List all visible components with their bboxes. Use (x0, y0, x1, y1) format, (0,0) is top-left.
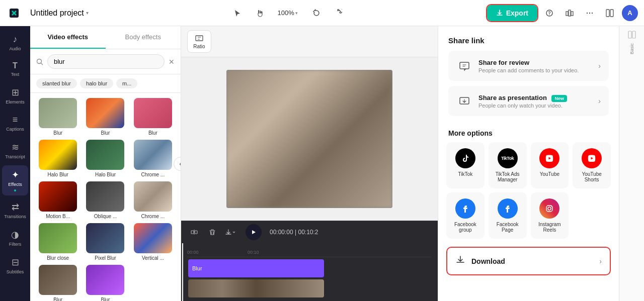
sidebar-item-label-filters: Filters (9, 242, 22, 247)
sidebar-item-label-text: Text (11, 72, 20, 77)
share-button[interactable] (561, 5, 578, 21)
effect-halo1[interactable]: Halo Blur (36, 140, 79, 177)
effect-chrome1[interactable]: Chrome ... (131, 140, 175, 177)
sidebar-item-transcript[interactable]: ≋ Transcript (2, 138, 28, 163)
share-presentation-button[interactable]: Share as presentation New People can onl… (448, 86, 609, 116)
sidebar-item-elements[interactable]: ⊞ Elements (2, 83, 28, 109)
more-options-button[interactable] (582, 5, 598, 21)
effect-blur1[interactable]: Blur (36, 98, 79, 136)
share-for-review-button[interactable]: Share for review People can add comments… (448, 51, 609, 81)
youtube-icon (539, 148, 559, 168)
platform-youtube-shorts[interactable]: YouTube Shorts (573, 142, 611, 188)
platform-facebook-page[interactable]: Facebook Page (489, 192, 527, 239)
platform-tiktok-ads-label: TikTok Ads Manager (493, 171, 523, 182)
sidebar-item-effects[interactable]: ✦ Effects (2, 165, 28, 195)
filter-tag-1[interactable]: halo blur (80, 78, 113, 88)
select-tool[interactable] (229, 5, 246, 21)
effect-oblique[interactable]: Oblique ... (84, 181, 127, 219)
sidebar-item-subtitles[interactable]: ⊟ Subtitles (2, 253, 28, 278)
platform-facebook-group[interactable]: Facebook group (446, 192, 485, 239)
tab-body-effects[interactable]: Body effects (106, 26, 181, 49)
user-avatar[interactable]: A (622, 5, 638, 21)
ratio-button[interactable]: Ratio (187, 30, 211, 53)
download-icon (455, 255, 465, 267)
download-timeline-button[interactable] (223, 225, 237, 239)
effect-pixelblur[interactable]: Pixel Blur (84, 223, 127, 261)
platform-youtube[interactable]: YouTube (531, 142, 569, 188)
svg-point-14 (37, 59, 42, 63)
effect-extra2[interactable]: Blur (84, 265, 127, 301)
effect-halo2[interactable]: Halo Blur (84, 140, 127, 177)
video-track-row[interactable] (187, 279, 432, 297)
facebook-page-icon (498, 198, 518, 219)
effects-icon: ✦ (12, 169, 19, 180)
platform-youtube-label: YouTube (540, 171, 559, 177)
effect-vertical[interactable]: Vertical ... (131, 223, 175, 261)
right-panel: Share link Share for review People can a… (438, 26, 619, 301)
share-presentation-subtitle: People can only watch your video. (478, 103, 592, 109)
sidebar-item-transitions[interactable]: ⇄ Transitions (2, 197, 28, 223)
platform-facebook-page-label: Facebook Page (493, 222, 523, 233)
video-blur-overlay (226, 70, 392, 208)
sidebar-item-label-elements: Elements (6, 99, 25, 105)
svg-rect-1 (258, 10, 259, 14)
video-track[interactable] (188, 279, 324, 297)
export-button[interactable]: Export (487, 5, 537, 21)
timeline-tracks[interactable]: 00:00 00:10 Blur (181, 243, 438, 301)
svg-point-10 (589, 12, 590, 13)
download-arrow-icon: › (599, 257, 602, 265)
filter-tag-2[interactable]: m... (116, 78, 137, 88)
video-track-inner (188, 279, 324, 297)
effects-tabs: Video effects Body effects (30, 26, 181, 49)
effect-chrome2[interactable]: Chrome ... (131, 181, 175, 219)
help-button[interactable] (541, 5, 557, 21)
transitions-icon: ⇄ (12, 202, 19, 213)
sidebar-item-audio[interactable]: ♪ Audio (2, 30, 28, 55)
effect-blur2[interactable]: Blur (84, 98, 127, 136)
timeline-area: 00:00:00 | 00:10:2 00:00 00:10 Blur (181, 221, 438, 301)
share-presentation-text: Share as presentation New People can onl… (478, 94, 592, 109)
delete-button[interactable] (205, 225, 219, 239)
search-clear-button[interactable]: ✕ (169, 58, 175, 66)
platform-tiktok-ads[interactable]: TikTok TikTok Ads Manager (489, 142, 527, 188)
blur-track[interactable]: Blur (188, 259, 324, 277)
youtube-shorts-icon (582, 148, 602, 168)
audio-icon: ♪ (13, 34, 18, 45)
tab-video-effects[interactable]: Video effects (30, 26, 106, 49)
share-link-title: Share link (448, 36, 609, 45)
effect-motionb[interactable]: Motion B... (36, 181, 79, 219)
search-bar: ✕ (30, 49, 181, 74)
project-name-label: Untitled project (30, 9, 84, 18)
split-button[interactable] (187, 225, 201, 239)
zoom-control[interactable]: 100% ▾ (274, 7, 302, 19)
basic-label: Basic (629, 43, 634, 54)
undo-button[interactable] (308, 5, 324, 21)
redo-button[interactable] (330, 5, 346, 21)
platform-instagram-reels[interactable]: Instagram Reels (531, 192, 569, 239)
sidebar-item-label-audio: Audio (9, 46, 21, 51)
share-presentation-icon (456, 93, 472, 109)
sidebar-item-label-transcript: Transcript (5, 154, 25, 159)
svg-rect-8 (571, 12, 573, 16)
effect-blurclose[interactable]: Blur close (36, 223, 79, 261)
timeline-cursor (182, 243, 183, 301)
sidebar-item-text[interactable]: T Text (2, 57, 28, 81)
blur-track-row[interactable]: Blur (187, 259, 432, 277)
search-input[interactable] (47, 54, 165, 69)
timeline-toolbar: 00:00:00 | 00:10:2 (181, 221, 438, 243)
filter-tag-0[interactable]: slanted blur (36, 78, 77, 88)
layout-button[interactable] (602, 5, 618, 21)
download-button[interactable]: Download › (446, 247, 611, 275)
timeline-time-display: 00:00:00 | 00:10:2 (270, 229, 318, 236)
hand-tool[interactable] (252, 5, 268, 21)
sidebar-item-captions[interactable]: ≡ Captions (2, 111, 28, 136)
basic-panel: Basic (619, 26, 644, 301)
play-button[interactable] (246, 224, 262, 240)
effect-extra1[interactable]: Blur (36, 265, 79, 301)
search-icon (36, 58, 43, 65)
effect-blur3[interactable]: Blur (131, 98, 175, 136)
platform-tiktok[interactable]: TikTok (446, 142, 485, 188)
facebook-group-icon (455, 198, 475, 219)
sidebar-item-filters[interactable]: ◑ Filters (2, 225, 28, 251)
project-name-button[interactable]: Untitled project ▾ (30, 9, 89, 18)
